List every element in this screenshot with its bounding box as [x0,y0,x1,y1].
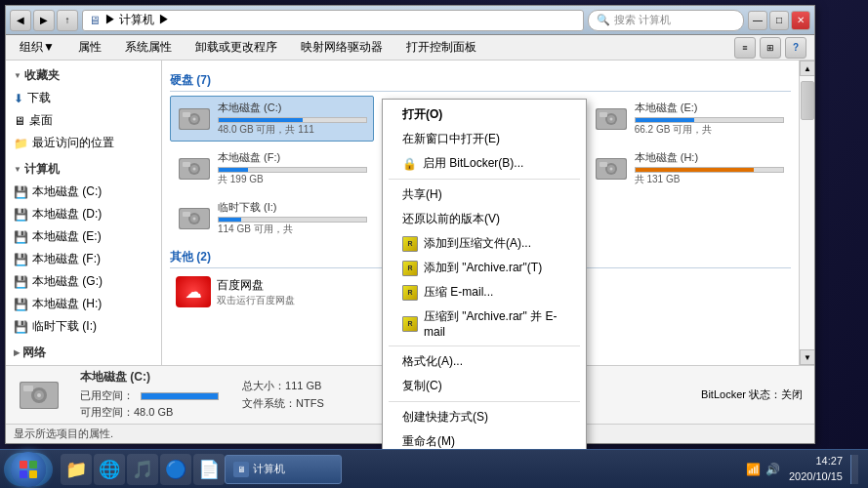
up-button[interactable]: ↑ [57,10,78,31]
drive-item-f[interactable]: 本地磁盘 (F:) 共 199 GB [170,145,374,191]
sidebar-item-f[interactable]: 💾 本地磁盘 (F:) [6,248,161,270]
search-box[interactable]: 🔍 搜索 计算机 [588,10,744,31]
close-button[interactable]: ✕ [791,11,810,30]
ctx-share-label: 共享(H) [402,186,442,203]
svg-point-34 [609,167,612,170]
start-button[interactable] [4,453,53,486]
taskbar-chrome-icon[interactable]: 🔵 [160,454,191,485]
drive-i-name: 临时下载 (I:) [218,200,367,215]
svg-point-40 [193,217,196,220]
sidebar-item-desktop[interactable]: 🖥 桌面 [6,109,161,132]
context-menu: 打开(O) 在新窗口中打开(E) 🔒 启用 BitLocker(B)... 共享… [382,99,587,488]
menu-organize[interactable]: 组织▼ [14,37,61,58]
sidebar-item-i[interactable]: 💾 临时下载 (I:) [6,315,161,338]
ctx-open[interactable]: 打开(O) [383,102,586,127]
drive-c-name: 本地磁盘 (C:) [218,101,367,115]
drive-i-disk-icon [177,204,212,233]
scroll-thumb[interactable] [801,81,814,120]
sidebar-item-c[interactable]: 💾 本地磁盘 (C:) [6,181,161,203]
ctx-copy[interactable]: 复制(C) [383,374,586,398]
info-free: 可用空间：48.0 GB [80,404,223,422]
svg-rect-48 [20,461,27,468]
menu-map-drive[interactable]: 映射网络驱动器 [295,37,389,58]
clock[interactable]: 14:27 2020/10/15 [785,454,847,484]
volume-tray-icon[interactable]: 🔊 [765,462,781,477]
drive-item-c[interactable]: 本地磁盘 (C:) 48.0 GB 可用，共 111 [170,96,374,142]
ctx-separator-3 [389,401,580,402]
sidebar-item-g[interactable]: 💾 本地磁盘 (G:) [6,270,161,293]
ctx-share[interactable]: 共享(H) [383,183,586,207]
taskbar-task-computer[interactable]: 🖥 计算机 [225,455,342,484]
drive-h-icon: 💾 [14,298,28,311]
info-drive-icon [18,378,61,413]
ctx-add-archive-rar-label: 添加到 "Archive.rar"(T) [424,260,542,276]
svg-rect-17 [599,112,607,117]
rar-icon-2: R [402,261,418,276]
taskbar-explorer-icon[interactable]: 📁 [61,454,92,485]
ctx-bitlocker[interactable]: 🔒 启用 BitLocker(B)... [383,151,586,176]
help-button[interactable]: ? [785,37,806,59]
taskbar-ie-icon[interactable]: 🌐 [94,454,125,485]
menu-uninstall[interactable]: 卸载或更改程序 [189,37,283,58]
view-grid-button[interactable]: ⊞ [760,37,781,59]
info-drive-name: 本地磁盘 (C:) 已用空间： 可用空间：48.0 GB [80,368,223,421]
baidu-name: 百度网盘 [217,277,295,294]
drive-item-h[interactable]: 本地磁盘 (H:) 共 131 GB [587,145,791,191]
taskbar-doc-icon[interactable]: 📄 [193,454,225,485]
menu-system-properties[interactable]: 系统属性 [119,37,178,58]
sidebar-item-e[interactable]: 💾 本地磁盘 (E:) [6,225,161,248]
ctx-add-archive-rar[interactable]: R 添加到 "Archive.rar"(T) [383,256,586,280]
chrome-icon: 🔵 [165,459,186,480]
ctx-restore-prev[interactable]: 还原以前的版本(V) [383,207,586,231]
address-bar[interactable]: 🖥 ▶ 计算机 ▶ [82,10,584,31]
drive-item-i[interactable]: 临时下载 (I:) 114 GB 可用，共 [170,195,374,241]
ctx-format[interactable]: 格式化(A)... [383,349,586,374]
network-header: ▶ 网络 [6,342,161,364]
view-list-button[interactable]: ≡ [734,37,756,59]
menu-properties[interactable]: 属性 [72,37,107,58]
sidebar-item-recent[interactable]: 📁 最近访问的位置 [6,132,161,154]
ctx-add-archive[interactable]: R 添加到压缩文件(A)... [383,231,586,256]
ctx-format-label: 格式化(A)... [402,353,463,370]
baidu-info: 百度网盘 双击运行百度网盘 [217,277,295,307]
show-desktop-button[interactable] [850,455,858,484]
rar-icon-4: R [402,316,418,332]
ctx-compress-email[interactable]: R 压缩 E-mail... [383,280,586,305]
drive-g-icon: 💾 [14,275,28,289]
maximize-button[interactable]: □ [769,11,789,30]
sidebar-item-h[interactable]: 💾 本地磁盘 (H:) [6,293,161,315]
drive-item-e[interactable]: 本地磁盘 (E:) 66.2 GB 可用，共 [587,96,791,142]
rar-icon-3: R [402,285,418,301]
desktop: ◀ ▶ ↑ 🖥 ▶ 计算机 ▶ 🔍 搜索 计算机 — □ ✕ 组织▼ 属性 系统… [0,0,868,488]
ctx-open-new-window[interactable]: 在新窗口中打开(E) [383,127,586,151]
ctx-create-shortcut[interactable]: 创建快捷方式(S) [383,405,586,429]
taskbar-media-icon[interactable]: 🎵 [127,454,158,485]
ctx-compress-email-label: 压缩 E-mail... [424,284,493,301]
scroll-up-arrow[interactable]: ▲ [800,61,814,76]
menu-control-panel[interactable]: 打开控制面板 [400,37,482,58]
network-tray-icon[interactable]: 📶 [746,462,762,477]
ctx-compress-archive-email[interactable]: R 压缩到 "Archive.rar" 并 E-mail [383,305,586,343]
sidebar-item-d[interactable]: 💾 本地磁盘 (D:) [6,203,161,225]
search-placeholder: 搜索 计算机 [614,13,671,27]
svg-rect-5 [183,112,190,117]
taskbar: 📁 🌐 🎵 🔵 📄 🖥 计算机 📶 🔊 14:27 20 [0,449,868,488]
windows-logo-icon [19,460,38,479]
baidu-sub: 双击运行百度网盘 [217,294,295,307]
forward-button[interactable]: ▶ [33,10,55,31]
drive-f-name: 本地磁盘 (F:) [218,150,367,165]
scroll-track[interactable] [800,76,814,349]
path-text: ▶ 计算机 ▶ [104,12,170,28]
download-icon: ⬇ [14,92,23,105]
taskbar-apps: 📁 🌐 🎵 🔵 📄 [61,454,225,485]
drive-c-free: 48.0 GB 可用，共 111 [218,123,367,137]
back-button[interactable]: ◀ [10,10,31,31]
scrollbar[interactable]: ▲ ▼ [799,61,814,365]
desktop-icon: 🖥 [14,114,25,128]
baidu-icon: ☁ [176,276,211,307]
scroll-down-arrow[interactable]: ▼ [800,349,814,365]
sidebar-item-download[interactable]: ⬇ 下载 [6,87,161,109]
minimize-button[interactable]: — [748,11,767,30]
drive-h-disk-icon [594,154,629,183]
status-text: 显示所选项目的属性. [14,427,113,441]
